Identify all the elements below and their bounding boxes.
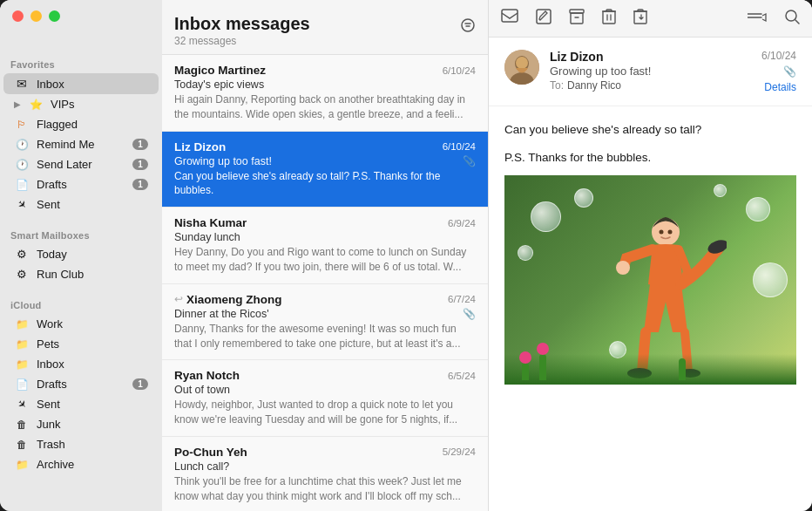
attachment-icon: 📎 — [463, 155, 476, 167]
star-icon: ⭐ — [28, 99, 44, 111]
sidebar-item-label: Today — [37, 248, 148, 261]
sidebar-item-drafts[interactable]: 📄 Drafts 1 — [3, 174, 159, 194]
message-list: Inbox messages 32 messages Magico Martin… — [162, 0, 489, 511]
email-from: Liz Dizon — [550, 50, 751, 64]
message-item[interactable]: Ryan Notch 6/5/24 Out of town Howdy, nei… — [162, 360, 488, 437]
sidebar-item-label: Drafts — [37, 378, 125, 391]
sidebar-item-label: Sent — [37, 198, 148, 211]
compose-icon[interactable] — [536, 9, 551, 28]
msg-date: 6/10/24 — [443, 65, 476, 76]
sidebar-item-archive[interactable]: 📁 Archive — [3, 454, 159, 474]
more-toolbar-icon[interactable] — [748, 10, 767, 27]
minimize-button[interactable] — [30, 10, 42, 22]
msg-sender: Ryan Notch — [174, 369, 240, 382]
email-body-line2: P.S. Thanks for the bubbles. — [504, 148, 796, 167]
sidebar-item-work[interactable]: 📁 Work — [3, 314, 159, 334]
svg-rect-11 — [634, 11, 646, 24]
message-item[interactable]: Po-Chun Yeh 5/29/24 Lunch call? Think yo… — [162, 437, 488, 511]
msg-subject: Lunch call? — [174, 460, 229, 473]
close-button[interactable] — [12, 10, 24, 22]
svg-point-20 — [516, 57, 528, 69]
mail-app: Favorites ✉ Inbox ▶ ⭐ VIPs 🏳 Flagged 🕐 R… — [0, 0, 812, 511]
archive-toolbar-icon[interactable] — [569, 9, 585, 28]
drafts-icon: 📄 — [14, 179, 30, 191]
delete-icon[interactable] — [602, 9, 616, 28]
smart-mailboxes-section-label: Smart Mailboxes — [0, 223, 162, 244]
sidebar-item-label: Inbox — [37, 78, 148, 91]
send-later-badge: 1 — [132, 159, 148, 170]
svg-point-15 — [786, 10, 796, 21]
svg-point-0 — [462, 19, 474, 31]
sidebar-item-trash[interactable]: 🗑 Trash — [3, 434, 159, 454]
sidebar-item-send-later[interactable]: 🕐 Send Later 1 — [3, 154, 159, 174]
junk-icon: 🗑 — [14, 419, 30, 431]
msg-preview: Can you believe she's already so tall? P… — [174, 169, 476, 199]
to-value: Danny Rico — [567, 79, 621, 92]
forward-icon: ↩ — [174, 293, 183, 305]
svg-point-27 — [668, 230, 673, 235]
sidebar-item-label: Inbox — [37, 358, 148, 371]
msg-sender: Liz Dizon — [174, 140, 226, 153]
attachment-icon: 📎 — [463, 308, 476, 320]
message-item[interactable]: Liz Dizon 6/10/24 Growing up too fast! 📎… — [162, 132, 488, 208]
email-date: 6/10/24 — [761, 50, 796, 62]
sidebar-item-sent[interactable]: ✈ Sent — [3, 194, 159, 215]
message-item[interactable]: Magico Martinez 6/10/24 Today's epic vie… — [162, 55, 488, 132]
svg-point-25 — [616, 261, 630, 275]
sidebar-item-icloud-inbox[interactable]: 📁 Inbox — [3, 354, 159, 374]
sidebar-item-icloud-drafts[interactable]: 📄 Drafts 1 — [3, 374, 159, 394]
msg-date: 6/10/24 — [443, 141, 476, 152]
sidebar-item-label: Run Club — [37, 268, 148, 281]
email-to-row: To: Danny Rico — [550, 79, 751, 92]
archive-icon: 📁 — [14, 459, 30, 471]
msg-subject: Sunday lunch — [174, 231, 240, 243]
clock-icon: 🕐 — [14, 139, 30, 151]
msg-subject: Out of town — [174, 384, 230, 396]
reading-toolbar — [489, 0, 812, 37]
sidebar-item-vips[interactable]: ▶ ⭐ VIPs — [3, 94, 159, 114]
filter-icon[interactable] — [460, 17, 476, 37]
folder-icon-3: 📁 — [14, 358, 30, 371]
folder-icon: 📁 — [14, 318, 30, 330]
expand-icon: ▶ — [14, 99, 21, 109]
svg-rect-6 — [571, 13, 583, 24]
sidebar-item-label: Remind Me — [37, 138, 125, 151]
avatar — [504, 50, 539, 85]
email-subject: Growing up too fast! — [550, 65, 751, 78]
reply-icon[interactable] — [501, 9, 518, 28]
sidebar-item-flagged[interactable]: 🏳 Flagged — [3, 114, 159, 134]
sidebar-item-icloud-sent[interactable]: ✈ Sent — [3, 394, 159, 414]
details-link[interactable]: Details — [764, 81, 796, 93]
sidebar-item-pets[interactable]: 📁 Pets — [3, 334, 159, 354]
sidebar-item-today[interactable]: ⚙ Today — [3, 244, 159, 264]
favorites-section-label: Favorites — [0, 52, 162, 73]
email-body: Can you believe she's already so tall? P… — [489, 106, 812, 511]
message-item[interactable]: ↩ Xiaomeng Zhong 6/7/24 Dinner at the Ri… — [162, 284, 488, 361]
icloud-drafts-icon: 📄 — [14, 378, 30, 391]
reading-pane: Liz Dizon Growing up too fast! To: Danny… — [489, 0, 812, 511]
sidebar-item-label: Trash — [37, 438, 148, 451]
sidebar-item-label: Archive — [37, 458, 148, 471]
svg-rect-3 — [502, 10, 518, 22]
sidebar-item-run-club[interactable]: ⚙ Run Club — [3, 264, 159, 284]
msg-sender: Magico Martinez — [174, 64, 266, 77]
icloud-drafts-badge: 1 — [132, 378, 148, 390]
msg-sender: Xiaomeng Zhong — [186, 293, 282, 306]
sidebar-item-remind-me[interactable]: 🕐 Remind Me 1 — [3, 134, 159, 154]
sidebar-item-label: Flagged — [37, 118, 148, 131]
sidebar: Favorites ✉ Inbox ▶ ⭐ VIPs 🏳 Flagged 🕐 R… — [0, 0, 162, 511]
message-count: 32 messages — [174, 35, 310, 47]
msg-subject: Today's epic views — [174, 78, 264, 91]
maximize-button[interactable] — [49, 10, 60, 22]
svg-line-16 — [795, 20, 799, 24]
msg-preview: Howdy, neighbor, Just wanted to drop a q… — [174, 398, 476, 427]
search-icon[interactable] — [784, 9, 800, 28]
folder-icon-2: 📁 — [14, 338, 30, 351]
message-item[interactable]: Nisha Kumar 6/9/24 Sunday lunch Hey Dann… — [162, 208, 488, 284]
sidebar-item-inbox[interactable]: ✉ Inbox — [3, 73, 159, 94]
svg-point-21 — [652, 218, 680, 246]
flag-icon: 🏳 — [14, 119, 30, 131]
sidebar-item-junk[interactable]: 🗑 Junk — [3, 414, 159, 434]
sidebar-item-label: Work — [37, 317, 148, 330]
move-icon[interactable] — [633, 9, 649, 28]
